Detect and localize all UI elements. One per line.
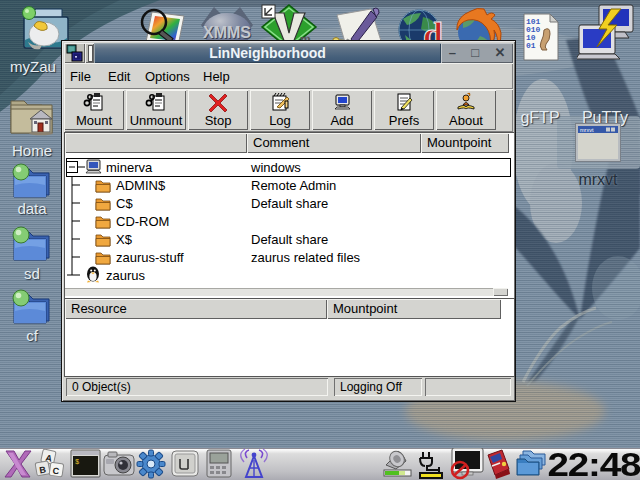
svg-text:zaurus related files: zaurus related files [251,250,361,265]
svg-text:Remote Admin: Remote Admin [251,178,336,193]
svg-text:Default share: Default share [251,196,328,211]
svg-text:CD-ROM: CD-ROM [116,214,169,229]
svg-text:Default share: Default share [251,232,328,247]
svg-text:zaurus-stuff: zaurus-stuff [116,250,184,265]
svg-text:XMMS: XMMS [203,24,251,41]
svg-text:ADMIN$: ADMIN$ [116,178,166,193]
svg-text:minerva: minerva [106,160,153,175]
svg-text:$: $ [75,458,79,466]
svg-text:windows: windows [250,160,301,175]
svg-text:X$: X$ [116,232,133,247]
svg-text:C$: C$ [116,196,133,211]
svg-text:mrxvt: mrxvt [580,127,594,133]
svg-text:zaurus: zaurus [106,268,146,283]
svg-text:01: 01 [526,41,536,50]
